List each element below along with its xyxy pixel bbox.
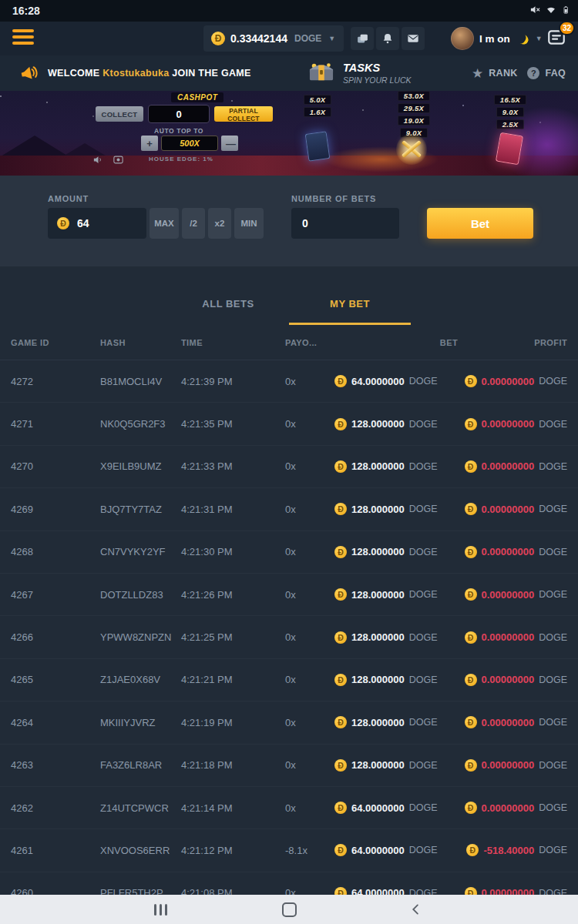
min-button[interactable]: MIN (234, 208, 264, 239)
bet-amount: 64.0000000 (351, 845, 405, 856)
profit-amount: 0.00000000 (482, 717, 535, 728)
doge-coin-icon: Ð (465, 588, 477, 601)
profit-amount: 0.00000000 (482, 759, 535, 771)
bet-amount: 64.0000000 (351, 376, 405, 387)
bet-currency: DOGE (409, 675, 438, 685)
table-row[interactable]: 4263 FA3Z6LR8AR 4:21:18 PM 0x Ð 128.0000… (0, 745, 578, 787)
avatar[interactable] (451, 27, 474, 50)
time-cell: 4:21:25 PM (181, 631, 285, 643)
table-row[interactable]: 4264 MKIIIYJVRZ 4:21:19 PM 0x Ð 128.0000… (0, 701, 578, 744)
col-payout: PAYO... (285, 338, 334, 347)
tab-all-bets[interactable]: ALL BETS (167, 285, 289, 325)
doge-coin-icon: Ð (334, 887, 347, 895)
payout-cell: 0x (285, 376, 334, 387)
hash-cell: DOTZLLDZ83 (100, 589, 181, 601)
table-row[interactable]: 4266 YPWW8ZNPZN 4:21:25 PM 0x Ð 128.0000… (0, 616, 578, 658)
decrease-button[interactable]: — (221, 136, 238, 151)
balance-selector[interactable]: Ð 0.33442144 DOGE ▼ (203, 25, 344, 52)
notifications-button[interactable] (376, 27, 399, 50)
time-cell: 4:21:19 PM (181, 717, 285, 728)
tab-my-bet[interactable]: MY BET (289, 285, 411, 325)
game-id-cell: 4268 (11, 546, 100, 557)
time-cell: 4:21:31 PM (181, 504, 285, 515)
rank-link[interactable]: ★ RANK (472, 55, 518, 91)
table-row[interactable]: 4262 Z14UTCPWCR 4:21:14 PM 0x Ð 64.00000… (0, 787, 578, 829)
bet-amount: 128.000000 (351, 589, 405, 601)
table-row[interactable]: 4261 XNVOOS6ERR 4:21:12 PM -8.1x Ð 64.00… (0, 829, 578, 872)
tasks-link[interactable]: TASKS SPIN YOUR LUCK (307, 55, 412, 91)
profit-cell: Ð 0.00000000 DOGE (458, 546, 567, 558)
faq-link[interactable]: ? FAQ (527, 55, 566, 91)
hash-cell: YPWW8ZNPZN (100, 631, 181, 643)
hash-cell: FA3Z6LR8AR (100, 759, 181, 771)
star-icon: ★ (472, 67, 483, 80)
doge-coin-icon: Ð (334, 759, 347, 772)
bet-cell: Ð 128.000000 DOGE (334, 716, 458, 728)
bet-currency: DOGE (409, 376, 438, 387)
collect-button[interactable]: COLLECT (96, 106, 143, 122)
speaker-icon[interactable] (92, 154, 104, 169)
game-id-cell: 4264 (11, 717, 100, 728)
messages-button[interactable] (402, 27, 425, 50)
profit-cell: Ð 0.00000000 DOGE (458, 674, 567, 686)
bet-cell: Ð 128.000000 DOGE (334, 631, 458, 644)
bet-currency: DOGE (409, 845, 438, 855)
table-row[interactable]: 4269 BJQ7TY7TAZ 4:21:31 PM 0x Ð 128.0000… (0, 488, 578, 531)
profit-amount: 0.00000000 (482, 504, 535, 515)
back-button[interactable] (401, 895, 432, 924)
double-button[interactable]: x2 (208, 208, 231, 239)
multiplier-chip: 19.0X (398, 116, 430, 126)
amount-field[interactable]: Ð (48, 208, 146, 239)
table-row[interactable]: 4260 PFLFR5TH2P 4:21:08 PM 0x Ð 64.00000… (0, 872, 578, 895)
increase-button[interactable]: + (141, 136, 158, 151)
android-nav-bar (0, 895, 578, 924)
table-row[interactable]: 4272 B81MOCLI4V 4:21:39 PM 0x Ð 64.00000… (0, 360, 578, 403)
game-id-cell: 4267 (11, 589, 100, 601)
multiplier-chip: 53.0X (398, 91, 430, 101)
doge-coin-icon: Ð (334, 503, 347, 515)
doge-coin-icon: Ð (465, 631, 477, 644)
table-row[interactable]: 4265 Z1JAE0X68V 4:21:21 PM 0x Ð 128.0000… (0, 659, 578, 701)
hash-cell: Z14UTCPWCR (100, 802, 181, 814)
half-button[interactable]: /2 (182, 208, 205, 239)
hamburger-menu-icon[interactable] (12, 29, 35, 48)
wallet-button[interactable] (351, 27, 374, 50)
bet-amount: 64.0000000 (351, 802, 405, 814)
user-name: I m on (479, 33, 510, 45)
table-row[interactable]: 4268 CN7VYKY2YF 4:21:30 PM 0x Ð 128.0000… (0, 531, 578, 574)
bet-button[interactable]: Bet (427, 208, 533, 239)
doge-coin-icon: Ð (334, 844, 347, 856)
doge-coin-icon: Ð (465, 375, 477, 387)
hash-cell: XNVOOS6ERR (100, 845, 181, 856)
bet-cell: Ð 64.0000000 DOGE (334, 802, 458, 814)
doge-coin-icon: Ð (465, 503, 477, 515)
payout-cell: 0x (285, 717, 334, 728)
number-of-bets-label: NUMBER OF BETS (291, 194, 376, 203)
caret-down-icon: ▼ (328, 35, 335, 42)
bet-currency: DOGE (409, 419, 438, 430)
home-button[interactable] (274, 895, 304, 924)
recent-apps-button[interactable] (145, 895, 176, 924)
table-row[interactable]: 4271 NK0Q5GR2F3 4:21:35 PM 0x Ð 128.0000… (0, 403, 578, 445)
profit-cell: Ð 0.00000000 DOGE (458, 460, 567, 473)
max-button[interactable]: MAX (150, 208, 179, 239)
bet-cell: Ð 128.000000 DOGE (334, 759, 458, 772)
hash-cell: BJQ7TY7TAZ (100, 504, 181, 515)
game-id-cell: 4270 (11, 460, 100, 472)
effects-icon[interactable] (113, 154, 124, 169)
bet-cell: Ð 128.000000 DOGE (334, 503, 458, 515)
chat-button[interactable]: 32 (546, 28, 570, 49)
amount-input[interactable] (76, 216, 133, 230)
col-profit: PROFIT (458, 338, 567, 347)
number-of-bets-input[interactable] (291, 208, 399, 239)
table-row[interactable]: 4267 DOTZLLDZ83 4:21:26 PM 0x Ð 128.0000… (0, 574, 578, 616)
bet-currency: DOGE (409, 589, 438, 600)
game-area: CASHPOT COLLECT 0 PARTIAL COLLECT AUTO T… (0, 91, 578, 176)
profit-amount: 0.00000000 (482, 589, 535, 601)
partial-collect-button[interactable]: PARTIAL COLLECT (214, 106, 273, 122)
user-menu[interactable]: I m on ▼ (451, 27, 543, 50)
table-row[interactable]: 4270 X9EILB9UMZ 4:21:33 PM 0x Ð 128.0000… (0, 446, 578, 488)
bet-currency: DOGE (409, 760, 438, 771)
doge-coin-icon: Ð (334, 802, 347, 814)
multiplier-chip: 1.6X (304, 107, 332, 117)
